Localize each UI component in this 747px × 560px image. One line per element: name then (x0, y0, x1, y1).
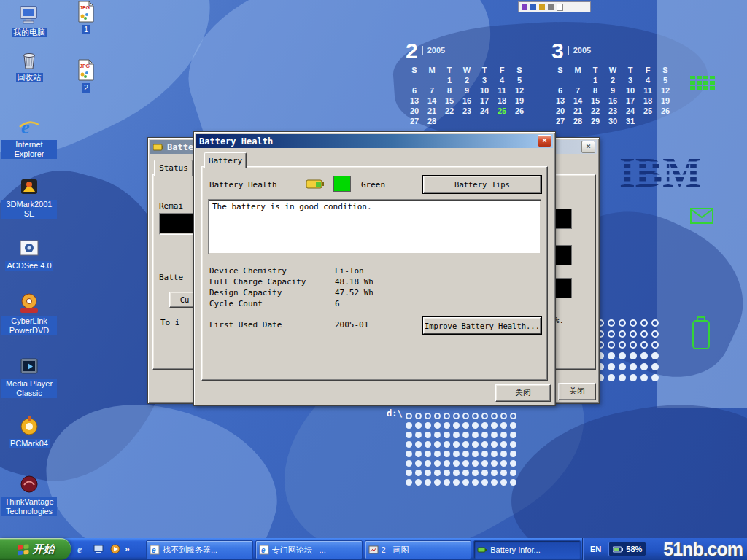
tab-status[interactable]: Status (154, 160, 193, 176)
dot (462, 451, 469, 457)
start-label: 开始 (33, 542, 55, 556)
dot (434, 432, 441, 438)
dot (406, 451, 412, 457)
calendar-day: 14 (569, 96, 587, 106)
close-icon[interactable]: × (538, 135, 551, 147)
dot (640, 352, 648, 359)
mini-notes-icon[interactable] (548, 4, 554, 10)
dot (462, 460, 469, 467)
calendar-header: 22005 (406, 40, 534, 65)
dot (491, 413, 498, 419)
calendar-day: 23 (604, 106, 622, 116)
dot (640, 374, 648, 381)
desktop-icon-mpc[interactable]: Media Player Classic (1, 354, 57, 398)
thinkvantage-icon (18, 472, 41, 496)
taskbar-task-button[interactable]: e专门网论坛 - ... (255, 540, 363, 559)
desktop-icon-jpg[interactable]: JPG1 (58, 0, 114, 34)
calendar-day: 19 (657, 96, 674, 106)
dot (510, 441, 516, 448)
dot (481, 432, 488, 438)
task-label: 专门网论坛 - ... (272, 545, 326, 556)
dot (608, 363, 615, 370)
dot (619, 319, 626, 327)
dot (453, 413, 460, 419)
battery-tips-button[interactable]: Battery Tips (423, 176, 541, 193)
taskbar-task-button[interactable]: Battery Infor... (473, 540, 581, 559)
iepage-icon: e (150, 545, 160, 555)
mpc-icon (18, 354, 41, 378)
quicklaunch-player-icon[interactable] (108, 542, 123, 556)
first-used-value: 2005-01 (335, 320, 368, 330)
battery-info-row: Cycle Count6 (209, 296, 538, 307)
calendar-day: 9 (604, 85, 622, 96)
mini-settings-icon[interactable] (539, 4, 545, 10)
mini-volume-icon[interactable] (522, 4, 527, 10)
calendar-day: 9 (458, 85, 476, 96)
calendar-day: 12 (657, 85, 674, 96)
battery-cell-box (554, 278, 572, 298)
desktop-icon-thinkvantage[interactable]: ThinkVantage Technologies (1, 472, 57, 516)
desktop-icon-computer[interactable]: 我的电脑 (1, 3, 57, 37)
desktop-icon-powerdvd[interactable]: CyberLink PowerDVD (1, 292, 57, 335)
calendar-february: 22005SMTWTFS1234567891011121314151617181… (406, 40, 534, 126)
start-button[interactable]: 开始 (0, 538, 71, 560)
info-close-button[interactable]: 关闭 (558, 383, 596, 400)
quicklaunch-desktop-icon[interactable] (91, 542, 106, 556)
calendar-year: 2005 (422, 46, 445, 55)
dot (444, 451, 450, 457)
calendar-day: 29 (587, 116, 604, 126)
recycle-icon (18, 48, 41, 71)
dot (608, 374, 615, 381)
calendar-day: 5 (511, 75, 528, 85)
desktop-icon-threedmark[interactable]: 3DMark2001 SE (1, 175, 57, 219)
desktop-icon-jpg[interactable]: JPG2 (58, 58, 114, 93)
dot (491, 479, 498, 486)
quicklaunch-ie-icon[interactable]: e (74, 542, 89, 556)
ie-icon: e (18, 115, 41, 139)
calendar-day: 11 (639, 85, 657, 96)
desktop-icon-label: 1 (82, 25, 90, 34)
battery-health-titlebar[interactable]: Battery Health × (196, 134, 553, 148)
paint-icon (368, 545, 379, 555)
desktop-icon-label: 3DMark2001 SE (1, 200, 57, 219)
desktop-icon-recycle[interactable]: 回收站 (1, 48, 57, 82)
tray-battery-indicator[interactable]: 58% (608, 542, 646, 556)
threedmark-icon (18, 175, 41, 198)
mini-display-icon[interactable] (530, 4, 536, 10)
calendar-day: 30 (604, 116, 622, 126)
calendar-day: 21 (569, 106, 587, 116)
dot (608, 352, 615, 359)
dot (491, 451, 498, 457)
desktop-icon-label: CyberLink PowerDVD (1, 316, 57, 335)
dot (462, 470, 469, 476)
taskbar-task-button[interactable]: 2 - 画图 (365, 540, 472, 559)
quicklaunch-overflow-chevron[interactable]: » (125, 544, 130, 554)
condition-textbox[interactable]: The battery is in good condition. (208, 199, 541, 254)
dot (630, 330, 637, 338)
improve-battery-health-button[interactable]: Improve Battery Health... (423, 317, 541, 334)
health-close-button[interactable]: 关闭 (495, 384, 551, 402)
mini-toolbar[interactable] (518, 1, 591, 12)
svg-text:e: e (21, 117, 30, 138)
calendar-march: 32005SMTWTFS1234567891011121314151617181… (551, 40, 680, 126)
battery-health-window[interactable]: Battery Health × Battery Battery Health … (193, 131, 556, 406)
desktop-icon-ie[interactable]: eInternet Explorer (1, 115, 57, 159)
pcmark-icon (18, 414, 41, 438)
battery-ornament-icon (692, 316, 711, 353)
dot (472, 432, 479, 438)
desktop-icon-pcmark[interactable]: PCMark04 (1, 414, 57, 448)
dot (406, 413, 412, 419)
first-used-label: First Used Date (209, 320, 335, 330)
calendar-day: 11 (493, 85, 511, 96)
dot (651, 330, 659, 338)
close-icon[interactable]: × (581, 141, 595, 153)
mini-page-icon[interactable] (557, 4, 563, 11)
language-indicator[interactable]: EN (590, 545, 601, 553)
desktop-icon-acdsee[interactable]: ACDSee 4.0 (1, 236, 57, 271)
tab-battery[interactable]: Battery (204, 152, 247, 168)
small-battery-icon (306, 179, 325, 192)
dot (415, 441, 422, 448)
taskbar-task-button[interactable]: e找不到服务器... (146, 540, 253, 559)
calendar-day: 1 (587, 75, 604, 85)
dot (481, 451, 488, 457)
